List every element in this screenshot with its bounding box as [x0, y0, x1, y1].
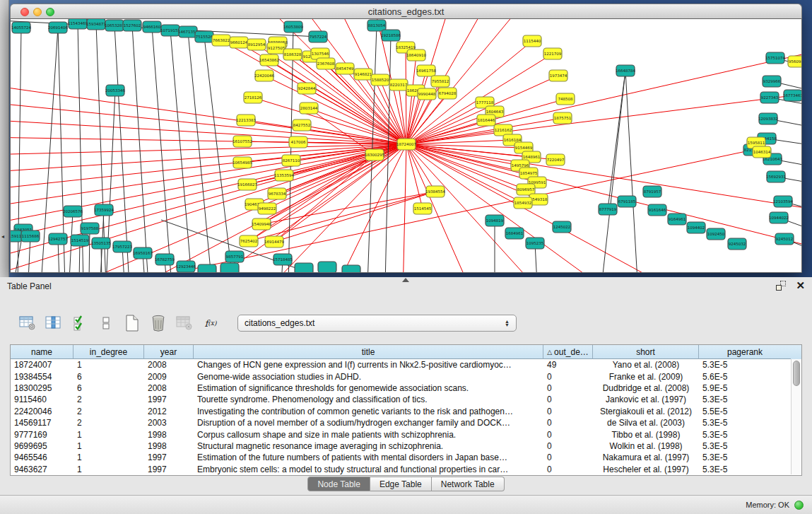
graph-node[interactable]: 1973474 [549, 70, 567, 81]
scrollbar-thumb[interactable] [793, 361, 800, 386]
graph-node[interactable]: 16107552 [233, 136, 252, 147]
graph-node[interactable]: 16648784 [616, 65, 635, 76]
graph-node[interactable]: 8427552 [293, 119, 311, 131]
graph-node[interactable]: 1514519 [71, 235, 89, 246]
select-all-checks-icon[interactable] [71, 314, 89, 332]
graph-node[interactable]: 9146821 [354, 69, 372, 80]
graph-node[interactable]: 7220497 [546, 154, 565, 165]
graph-node[interactable]: 1095235 [526, 238, 544, 249]
graph-node[interactable]: 1115440 [523, 35, 541, 47]
table-cell[interactable]: 1998 [144, 430, 194, 440]
table-cell[interactable]: Corpus callosum shape and size in male p… [194, 430, 543, 440]
table-row[interactable]: 977716911998Corpus callosum shape and si… [11, 428, 801, 440]
graph-node[interactable]: 18640910 [406, 49, 426, 61]
graph-node[interactable]: 9127505 [267, 42, 286, 54]
control-panel-collapsed-strip[interactable]: ◂ [0, 0, 9, 277]
graph-node[interactable]: 1245022 [553, 221, 571, 233]
table-cell[interactable]: Stergiakouli et al. (2012) [593, 407, 699, 416]
table-cell[interactable]: 9699695 [11, 441, 73, 451]
panel-expand-arrow-icon[interactable]: ◂ [1, 233, 4, 240]
table-cell[interactable]: 2009 [144, 372, 194, 382]
table-cell[interactable]: 5.3E-5 [699, 418, 791, 428]
graph-node[interactable]: 1094402 [687, 222, 705, 233]
graph-node[interactable]: 7957224 [309, 31, 327, 42]
table-row[interactable]: 911546021997Tourette syndrome. Phenomeno… [11, 394, 801, 405]
graph-node[interactable]: 7625402 [240, 235, 258, 247]
table-cell[interactable]: 1 [73, 430, 144, 440]
table-cell[interactable]: 2 [73, 418, 144, 428]
graph-node[interactable]: 16782759 [155, 254, 175, 265]
graph-node[interactable]: 12103594 [773, 196, 793, 207]
table-cell[interactable]: 0 [543, 383, 593, 393]
table-cell[interactable]: 49 [543, 360, 593, 370]
table-cell[interactable]: 1997 [144, 452, 194, 462]
graph-node[interactable]: 8813054 [367, 20, 386, 31]
graph-node[interactable]: 1514545 [413, 203, 432, 214]
table-row[interactable]: 946554611997Estimation of the future num… [11, 452, 801, 463]
column-header-outde[interactable]: △out_de… [543, 345, 593, 359]
graph-node[interactable]: 8912954 [247, 39, 266, 50]
graph-node[interactable]: 16914479 [264, 236, 284, 247]
table-cell[interactable]: 9115460 [11, 395, 73, 404]
graph-node[interactable]: 9245012 [775, 233, 794, 245]
graph-node[interactable]: 17359924 [94, 204, 114, 216]
graph-node[interactable]: 18300295 [365, 149, 384, 160]
graph-node[interactable]: 19166827 [237, 179, 257, 190]
table-cell[interactable]: 0 [543, 452, 593, 462]
graph-node[interactable]: 16961758 [416, 65, 436, 76]
table-cell[interactable]: Dudbridge et al. (2008) [593, 383, 699, 393]
graph-node[interactable]: 8220317 [389, 79, 408, 90]
table-cell[interactable]: Structural magnetic resonance image aver… [194, 441, 543, 451]
graph-node[interactable]: 15934871 [86, 19, 106, 30]
graph-node[interactable]: 1527602 [123, 20, 141, 31]
graph-node[interactable]: 18724007 [396, 139, 416, 150]
table-settings-icon[interactable] [18, 314, 37, 332]
graph-node[interactable]: 8791957 [643, 186, 661, 197]
graph-node[interactable]: 2367608 [317, 58, 335, 69]
table-cell[interactable]: 1997 [144, 465, 194, 474]
table-cell[interactable]: 5.3E-5 [699, 452, 791, 462]
graph-node[interactable]: 748508 [556, 93, 575, 105]
table-cell[interactable]: de Silva et al. (2003) [593, 418, 699, 428]
table-cell[interactable]: 5.9E-5 [699, 383, 791, 393]
graph-node[interactable]: 9678334 [268, 188, 286, 199]
table-cell[interactable]: 18300295 [11, 383, 73, 393]
table-cell[interactable]: Disruption of a novel member of a sodium… [194, 418, 543, 428]
graph-node[interactable]: 11543469 [68, 19, 88, 29]
graph-node[interactable]: 1875751 [553, 112, 572, 124]
table-cell[interactable]: Investigating the contribution of common… [194, 407, 543, 416]
graph-node[interactable]: 1094819 [486, 215, 504, 226]
table-row[interactable]: 1456911722003Disruption of a novel membe… [11, 417, 801, 428]
graph-node[interactable]: 9660124 [230, 37, 248, 48]
trash-icon[interactable] [149, 314, 167, 332]
graph-node[interactable]: 9197588 [81, 223, 99, 234]
graph-node[interactable]: 15692931 [766, 171, 786, 182]
table-row[interactable]: 2242004622012Investigating the contribut… [11, 406, 801, 417]
table-row[interactable]: 1872400712008Changes of HCN gene express… [11, 359, 801, 370]
table-cell[interactable]: 1 [73, 452, 144, 462]
graph-node[interactable]: 9161646 [648, 204, 666, 216]
table-cell[interactable]: 19384554 [11, 372, 73, 382]
column-header-year[interactable]: year [144, 345, 194, 359]
graph-node[interactable] [342, 265, 360, 272]
graph-node[interactable]: 9498222 [258, 203, 276, 214]
graph-node[interactable]: 9857791 [225, 251, 244, 262]
table-cell[interactable]: 2008 [144, 383, 194, 393]
graph-node[interactable]: 15751074 [765, 52, 785, 64]
table-cell[interactable]: 5.6E-5 [699, 372, 791, 382]
table-cell[interactable]: Estimation of significance thresholds fo… [194, 383, 543, 393]
graph-node[interactable]: 11353594 [274, 170, 294, 181]
graph-node[interactable]: 12213383 [236, 115, 256, 126]
graph-node[interactable]: 16053809 [283, 21, 303, 33]
unselect-rows-icon[interactable] [97, 314, 115, 332]
graph-node[interactable]: 8267110 [282, 155, 300, 166]
column-header-title[interactable]: title [194, 345, 543, 359]
graph-node[interactable]: 1221709 [543, 48, 562, 59]
graph-node[interactable]: 8777919 [599, 204, 617, 215]
table-cell[interactable]: Changes of HCN gene expression and I(f) … [194, 360, 543, 370]
tab-network-table[interactable]: Network Table [432, 477, 505, 491]
table-cell[interactable]: 5.3E-5 [699, 360, 791, 370]
graph-node[interactable]: 19384554 [425, 186, 445, 197]
memory-status-dot[interactable] [794, 501, 804, 510]
graph-node[interactable]: 9990448 [418, 88, 436, 100]
